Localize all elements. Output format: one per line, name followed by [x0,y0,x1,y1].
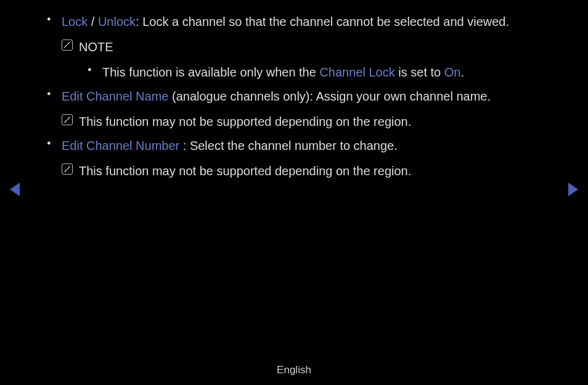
lock-separator: / [88,15,98,28]
channel-lock-label: Channel Lock [319,65,394,79]
note-icon [62,114,73,125]
lock-desc: : Lock a channel so that the channel can… [136,15,509,28]
sub-pre: This function is available only when the [102,65,319,79]
list-item-edit-number: Edit Channel Number : Select the channel… [62,136,551,181]
on-label: On [444,65,461,79]
list-item-edit-name: Edit Channel Name (analogue channels onl… [62,87,551,131]
sub-post: . [460,65,464,79]
sub-list: This function is available only when the… [62,63,551,82]
edit-channel-name-label: Edit Channel Name [62,89,168,103]
note-icon [62,164,73,175]
prev-page-arrow-icon[interactable] [10,183,20,196]
sub-mid: is set to [395,65,444,79]
note-icon [62,39,73,51]
edit-number-desc: : Select the channel number to change. [179,139,398,152]
note-text: This function may not be supported depen… [79,112,551,131]
note-text: This function may not be supported depen… [79,162,551,181]
edit-channel-number-label: Edit Channel Number [62,139,179,152]
list-item-lock: Lock / Unlock: Lock a channel so that th… [62,12,551,82]
unlock-label: Unlock [98,15,136,28]
edit-name-desc: (analogue channels only): Assign your ow… [168,89,491,103]
help-content: Lock / Unlock: Lock a channel so that th… [0,0,588,181]
note-label: NOTE [79,38,551,57]
next-page-arrow-icon[interactable] [568,183,578,196]
note-line: NOTE [62,38,551,57]
sub-list-item: This function is available only when the… [102,63,551,82]
note-line: This function may not be supported depen… [62,112,551,131]
language-label: English [0,364,588,376]
note-line: This function may not be supported depen… [62,162,551,181]
main-list: Lock / Unlock: Lock a channel so that th… [37,12,551,181]
lock-label: Lock [62,15,88,28]
